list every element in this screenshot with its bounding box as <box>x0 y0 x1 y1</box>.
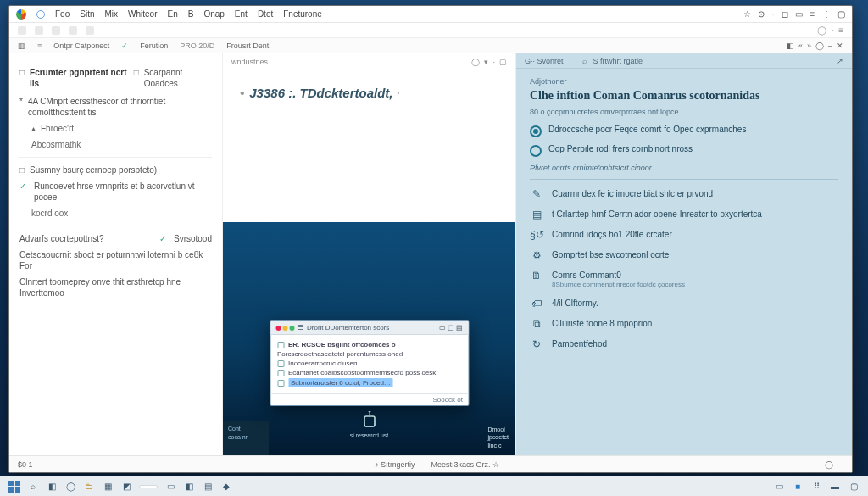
feature-row[interactable]: ⚙Gomprtet bse swcotneonl ocrte <box>530 249 838 261</box>
editor-tab-tools[interactable]: ◯ ▾ · ▢ <box>471 58 507 66</box>
task-pill[interactable] <box>139 485 158 488</box>
toolbar-right-icon[interactable]: ◯ · ≡ <box>817 25 843 35</box>
svg-point-2 <box>368 411 370 413</box>
outline-item[interactable]: 4A CMnprt ecrssthescor of thriorntiet co… <box>28 96 212 118</box>
app-icon[interactable]: ▤ <box>202 481 214 493</box>
feature-row[interactable]: ↻Pambentfehod <box>530 338 838 350</box>
feature-row[interactable]: ✎Cuarmndex fe ic imocre biat shlc er prv… <box>530 188 838 200</box>
menu-item[interactable]: Whiteor <box>128 9 157 19</box>
app-icon[interactable]: ▭ <box>164 481 176 493</box>
tray-icon[interactable]: ⠿ <box>810 481 822 493</box>
checkbox-icon[interactable] <box>19 164 25 176</box>
info-breadcrumb[interactable]: Adjothoner <box>530 77 838 86</box>
checkbox-icon[interactable] <box>19 67 25 91</box>
option-label: Oop Perpıle rodl frers cornbinort nross <box>548 144 693 153</box>
status-right[interactable]: ◯̵ — <box>825 460 843 469</box>
feature-row[interactable]: 🏷4/il Clftormy. <box>530 298 838 309</box>
checkbox-icon[interactable] <box>134 67 139 91</box>
menu-item[interactable]: Ent <box>235 9 248 19</box>
status-center[interactable]: Meestı3kacs Grz. ☆ <box>431 460 500 469</box>
ribbon-check-icon[interactable] <box>121 42 128 50</box>
menu-item[interactable]: B <box>188 9 194 19</box>
status-bar: $0 1 ·· ♪ Sıtmgertiy · Meestı3kacs Grz. … <box>9 455 852 472</box>
radio-icon[interactable] <box>530 125 542 137</box>
start-icon[interactable] <box>8 481 20 493</box>
menu-item[interactable]: En <box>167 9 177 19</box>
feature-row[interactable]: ⧉Cilıliriste toone 8 mpoprion <box>530 318 838 330</box>
search-icon[interactable]: ⌕ <box>27 481 39 493</box>
editor-tab[interactable]: wndustnes <box>231 58 268 66</box>
tool-icon[interactable] <box>86 26 94 35</box>
check-icon[interactable] <box>19 181 29 203</box>
tool-icon[interactable] <box>52 26 60 35</box>
outline-item[interactable]: Abcosrmathk <box>31 139 81 150</box>
tray-icon[interactable]: ▭ <box>773 481 785 493</box>
dialog-titlebar[interactable]: ☰Dront DDontemterton scors ▭ ▢ ▤ <box>270 321 468 335</box>
tray-icon[interactable]: ■ <box>792 481 804 493</box>
menu-item[interactable]: Onap <box>203 9 224 19</box>
menu-item[interactable]: Foo <box>55 9 70 19</box>
title-right-icons[interactable]: ☆ ⊙ · ◻ ▭ ≡ ⋮ ▢ <box>743 9 845 19</box>
taskview-icon[interactable]: ◧ <box>46 481 58 493</box>
outline-item[interactable]: Scarpannt Ooadces <box>144 67 212 91</box>
menu-item[interactable]: Fneturone <box>283 9 322 19</box>
dialog-row[interactable]: Ecantanet coalbscopstoommermsecro poss o… <box>277 369 461 376</box>
ribbon-label[interactable]: Ontpr Catponect <box>53 42 109 50</box>
outline-item[interactable]: Fcrumter pgnprtent ncrt ils <box>30 67 129 89</box>
info-tabstrip: G·· Svonret ⌕ S frtwhrt rgatie ↗ <box>516 53 852 69</box>
app-icon[interactable]: ◧ <box>183 481 195 493</box>
info-search-icon[interactable]: ⌕ <box>582 57 587 65</box>
app-icon[interactable]: ◩ <box>120 481 132 493</box>
outline-item[interactable]: Svrsotood <box>174 233 212 244</box>
tray-icon[interactable]: ▢ <box>848 481 860 493</box>
tool-icon[interactable] <box>18 26 26 35</box>
tray-icon[interactable]: ▬ <box>829 481 841 493</box>
dialog-selected-row[interactable]: Sdbnortarotster 6 cc.ol, Froced… <box>277 378 461 387</box>
outline-item[interactable]: Clnrtert toomeprey onve thit ersthretcp … <box>19 276 212 298</box>
ribbon-icon[interactable]: ≡ <box>37 42 42 50</box>
preview-pane: Contcoca nr si researcd ust Dmooljposete… <box>223 222 515 455</box>
circle-icon[interactable]: ◯ <box>64 481 76 493</box>
app-body: Fcrumter pgnprtent ncrt ils Scarpannt Oo… <box>9 53 852 455</box>
app-icon[interactable]: ▦ <box>102 481 114 493</box>
traffic-lights-icon[interactable] <box>275 326 294 331</box>
outline-item[interactable]: Runcoevet hrse vrnnprits et b acorvctlun… <box>34 181 212 203</box>
menu-item[interactable]: Mix <box>104 9 118 19</box>
menu-item[interactable]: Sitn <box>80 9 94 19</box>
menu-bar: Foo Sitn Mix Whiteor En B Onap Ent Dtot … <box>9 6 852 23</box>
feature-row[interactable]: §↺Comrind ıdoçs ho1 20fle crcater <box>530 229 838 241</box>
status-left: ·· <box>45 460 49 469</box>
outline-item[interactable]: Fbroec'rt. <box>41 123 76 134</box>
tag-icon: 🏷 <box>530 298 543 309</box>
outline-item[interactable]: Advarfs cocrtepottnst? <box>19 233 104 244</box>
folder-icon[interactable]: 🗀 <box>83 481 95 493</box>
feature-row[interactable]: 🗎Comrs Cornmant08Sburnce commenot nrecor… <box>530 270 838 289</box>
info-tab[interactable]: G·· Svonret <box>525 57 564 65</box>
outline-item[interactable]: Cetscaoucrnit sboct er poturnntwi lotern… <box>19 249 212 271</box>
ribbon-label[interactable]: Ferution <box>140 42 168 50</box>
tool-icon[interactable] <box>35 26 43 35</box>
ribbon-icon[interactable]: ▥ <box>18 42 25 50</box>
dialog-row[interactable]: Porcscrooethaseatotel porentumess oned <box>277 350 461 358</box>
info-expand-icon[interactable]: ↗ <box>837 57 843 65</box>
doc-icon: 🗎 <box>530 270 543 281</box>
outline-item: kocrd oox <box>31 208 68 219</box>
dialog-body: ER. RCSOE bsgilnt offcoomces o Porcscroo… <box>270 335 468 393</box>
option-row[interactable]: Ddroccsche pocr Feqce comrt fo Opec cxpr… <box>530 125 838 137</box>
check-icon[interactable] <box>159 233 169 244</box>
dialog-row[interactable]: Inocoerarrocruc clusen <box>277 359 461 367</box>
info-tab[interactable]: S frtwhrt rgatie <box>593 57 643 65</box>
dialog-ok-button[interactable]: Sooock ot <box>432 396 463 404</box>
option-row[interactable]: Oop Perpıle rodl frers cornbinort nross <box>530 144 838 157</box>
ribbon-right[interactable]: ◧ « » ◯ – ✕ <box>787 42 843 50</box>
status-center[interactable]: ♪ Sıtmgertiy · <box>375 460 420 469</box>
os-taskbar: ⌕ ◧ ◯ 🗀 ▦ ◩ ▭ ◧ ▤ ◆ ▭ ■ ⠿ ▬ ▢ <box>0 476 868 496</box>
ribbon-label[interactable]: Frousrt Dent <box>226 42 269 50</box>
dialog-row[interactable]: ER. RCSOE bsgilnt offcoomces o <box>277 341 461 348</box>
feature-row[interactable]: ▤t Crlarttep hrnf Cerrtn ador obene Inre… <box>530 209 838 220</box>
tool-icon[interactable] <box>69 26 77 35</box>
app-icon[interactable]: ◆ <box>220 481 232 493</box>
outline-item[interactable]: Susmny bsurç cernoep porspteto) <box>30 164 157 176</box>
menu-item[interactable]: Dtot <box>258 9 273 19</box>
radio-icon[interactable] <box>530 145 542 157</box>
